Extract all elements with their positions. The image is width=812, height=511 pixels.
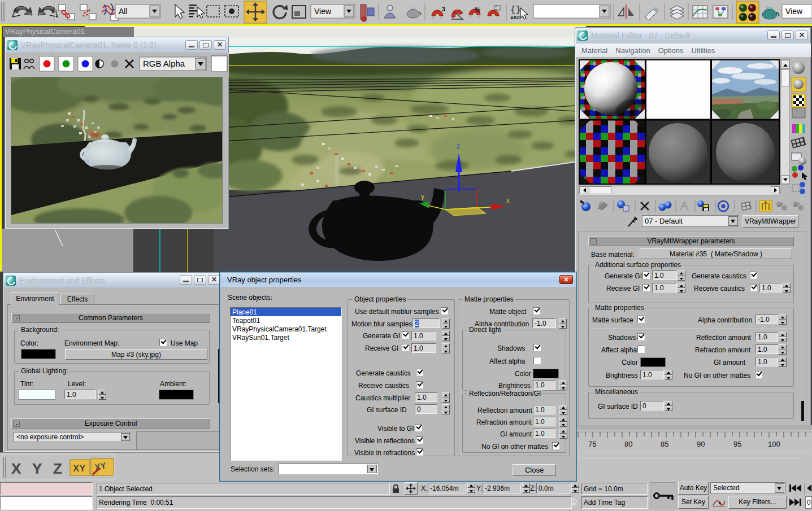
svg-text:RGB Alpha: RGB Alpha bbox=[143, 59, 185, 68]
svg-text:ABC: ABC bbox=[510, 15, 520, 20]
svg-text:90: 90 bbox=[697, 440, 705, 448]
svg-text:y: y bbox=[421, 193, 424, 200]
svg-text:View: View bbox=[314, 7, 332, 16]
svg-text:{}: {} bbox=[510, 5, 521, 15]
svg-text:75: 75 bbox=[588, 440, 596, 448]
svg-text:3: 3 bbox=[442, 6, 445, 12]
svg-text:95: 95 bbox=[733, 440, 741, 448]
svg-text:%: % bbox=[475, 6, 480, 13]
svg-text:All: All bbox=[119, 7, 128, 16]
svg-text:85: 85 bbox=[661, 440, 668, 448]
svg-text:Z: Z bbox=[53, 460, 62, 477]
svg-text:Y: Y bbox=[32, 460, 42, 477]
svg-text:z: z bbox=[457, 142, 460, 150]
svg-text:x: x bbox=[506, 196, 510, 204]
svg-text:100: 100 bbox=[768, 440, 780, 448]
svg-text:X: X bbox=[11, 460, 21, 477]
svg-text:XY: XY bbox=[73, 463, 86, 474]
svg-text:View: View bbox=[785, 7, 803, 16]
svg-text:80: 80 bbox=[624, 440, 632, 448]
